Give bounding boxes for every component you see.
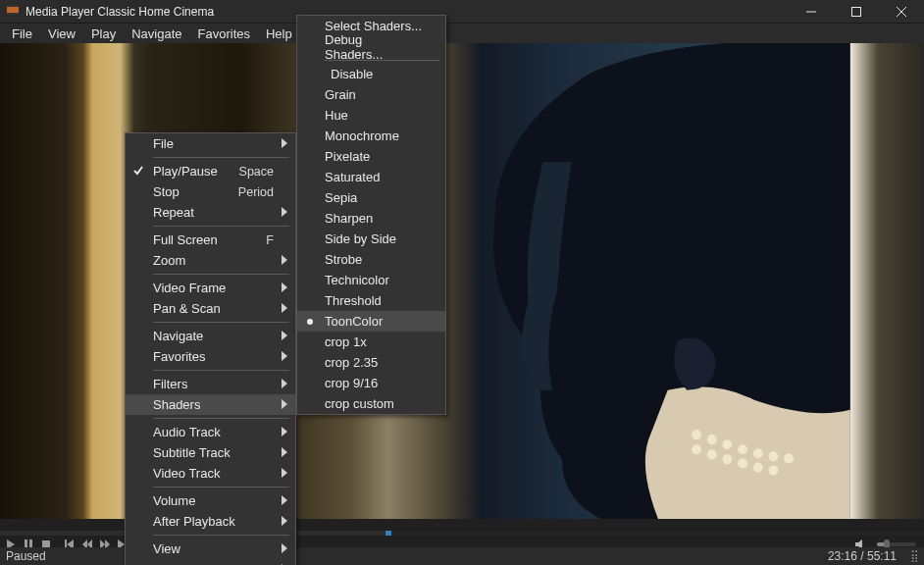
ctx-shaders-item-hue[interactable]: Hue — [297, 105, 445, 126]
ctx-main-separator — [153, 487, 289, 488]
ctx-main-item-pan-scan[interactable]: Pan & Scan — [126, 298, 295, 319]
menu-item-label: crop 2.35 — [325, 355, 378, 370]
svg-point-19 — [768, 465, 778, 475]
ctx-shaders-item-disable[interactable]: Disable — [297, 64, 445, 84]
ctx-shaders-item-saturated[interactable]: Saturated — [297, 167, 445, 187]
svg-marker-45 — [282, 447, 287, 457]
svg-marker-40 — [282, 331, 287, 340]
chevron-right-icon — [282, 205, 289, 220]
ctx-main-item-stop[interactable]: StopPeriod — [126, 181, 295, 202]
menu-bar: FileViewPlayNavigateFavoritesHelp — [0, 23, 924, 43]
ctx-shaders-item-side-by-side[interactable]: Side by Side — [297, 229, 445, 249]
svg-marker-46 — [282, 468, 287, 478]
svg-point-11 — [753, 448, 763, 458]
ctx-main-separator — [153, 370, 289, 371]
menu-item-label: Full Screen — [153, 232, 218, 247]
ctx-main-item-filters[interactable]: Filters — [126, 374, 295, 394]
ctx-main-item-audio-track[interactable]: Audio Track — [126, 422, 295, 442]
ctx-main-item-after-playback[interactable]: After Playback — [126, 511, 295, 532]
playback-state: Paused — [6, 549, 46, 563]
menu-play[interactable]: Play — [83, 25, 124, 43]
maximize-button[interactable] — [834, 0, 879, 23]
menu-item-label: crop custom — [325, 396, 394, 411]
menu-view[interactable]: View — [40, 25, 83, 43]
close-button[interactable] — [879, 0, 924, 23]
menu-file[interactable]: File — [4, 25, 40, 43]
chevron-right-icon — [282, 466, 289, 481]
ctx-main-item-shaders[interactable]: Shaders — [126, 394, 295, 415]
svg-marker-48 — [282, 516, 287, 526]
ctx-main-item-favorites[interactable]: Favorites — [126, 346, 295, 367]
chevron-right-icon — [282, 349, 289, 364]
ctx-shaders-item-pixelate[interactable]: Pixelate — [297, 146, 445, 167]
menu-item-label: Video Frame — [153, 281, 226, 295]
svg-marker-42 — [282, 379, 287, 388]
chevron-right-icon — [282, 136, 289, 151]
svg-marker-35 — [282, 138, 287, 148]
chevron-right-icon — [282, 301, 289, 316]
svg-point-15 — [707, 449, 717, 459]
ctx-shaders-item-crop-custom[interactable]: crop custom — [297, 393, 445, 414]
menu-item-label: Strobe — [325, 252, 362, 267]
menu-item-label: Zoom — [153, 253, 185, 268]
ctx-shaders-item-sepia[interactable]: Sepia — [297, 187, 445, 208]
chevron-right-icon — [282, 281, 289, 295]
menu-item-label: Audio Track — [153, 425, 221, 439]
svg-point-16 — [722, 454, 732, 464]
ctx-main-item-subtitle-track[interactable]: Subtitle Track — [126, 442, 295, 463]
menu-item-label: ToonColor — [325, 314, 383, 329]
ctx-main-item-renderer-settings[interactable]: Renderer Settings — [126, 559, 295, 565]
ctx-main-item-repeat[interactable]: Repeat — [126, 202, 295, 223]
menu-item-label: Shaders — [153, 397, 200, 412]
menu-favorites[interactable]: Favorites — [190, 25, 258, 43]
ctx-main-item-view[interactable]: View — [126, 539, 295, 559]
menu-item-label: Play/Pause — [153, 164, 218, 179]
ctx-shaders-item-crop-9-16[interactable]: crop 9/16 — [297, 373, 445, 393]
chevron-right-icon — [282, 514, 289, 529]
ctx-main-item-zoom[interactable]: Zoom — [126, 250, 295, 271]
svg-marker-43 — [282, 399, 287, 409]
volume-slider[interactable] — [877, 542, 916, 546]
ctx-shaders-item-sharpen[interactable]: Sharpen — [297, 208, 445, 229]
svg-point-14 — [692, 444, 701, 454]
ctx-shaders-item-technicolor[interactable]: Technicolor — [297, 270, 445, 290]
ctx-shaders-item-debug-shaders[interactable]: Debug Shaders... — [297, 36, 445, 57]
menu-item-label: Filters — [153, 377, 187, 391]
ctx-shaders-item-monochrome[interactable]: Monochrome — [297, 126, 445, 146]
menu-navigate[interactable]: Navigate — [124, 25, 189, 43]
ctx-main-item-file[interactable]: File — [126, 133, 295, 154]
menu-item-label: File — [153, 136, 174, 151]
menu-item-label: Sepia — [325, 190, 357, 205]
ctx-shaders-item-threshold[interactable]: Threshold — [297, 290, 445, 311]
svg-rect-2 — [7, 13, 19, 15]
menu-help[interactable]: Help — [258, 25, 300, 43]
ctx-shaders-item-crop-2-35[interactable]: crop 2.35 — [297, 352, 445, 373]
menu-item-label: Saturated — [325, 170, 380, 184]
ctx-main-item-play-pause[interactable]: Play/PauseSpace — [126, 161, 295, 181]
ctx-main-item-navigate[interactable]: Navigate — [126, 326, 295, 346]
menu-item-label: Subtitle Track — [153, 445, 231, 460]
menu-item-label: Side by Side — [325, 231, 396, 246]
menu-item-label: Technicolor — [325, 273, 389, 287]
ctx-shaders-item-crop-1x[interactable]: crop 1x — [297, 332, 445, 352]
ctx-main-separator — [153, 226, 289, 227]
svg-point-13 — [784, 453, 794, 463]
ctx-main-item-full-screen[interactable]: Full ScreenF — [126, 230, 295, 250]
ctx-shaders-item-grain[interactable]: Grain — [297, 84, 445, 105]
ctx-shaders-item-strobe[interactable]: Strobe — [297, 249, 445, 270]
menu-item-label: Sharpen — [325, 211, 373, 226]
minimize-button[interactable] — [789, 0, 834, 23]
ctx-shaders-item-tooncolor[interactable]: ToonColor — [297, 311, 445, 332]
ctx-main-item-volume[interactable]: Volume — [126, 490, 295, 511]
menu-item-accelerator: Period — [238, 185, 274, 199]
menu-item-label: Threshold — [325, 293, 382, 308]
svg-point-10 — [738, 444, 747, 454]
ctx-main-item-video-track[interactable]: Video Track — [126, 463, 295, 484]
chevron-right-icon — [282, 425, 289, 439]
ctx-main-item-video-frame[interactable]: Video Frame — [126, 278, 295, 298]
menu-item-label: Grain — [325, 87, 356, 102]
window-title: Media Player Classic Home Cinema — [26, 5, 214, 19]
menu-item-label: Pixelate — [325, 149, 370, 164]
menu-item-label: Video Track — [153, 466, 220, 481]
chevron-right-icon — [282, 397, 289, 412]
